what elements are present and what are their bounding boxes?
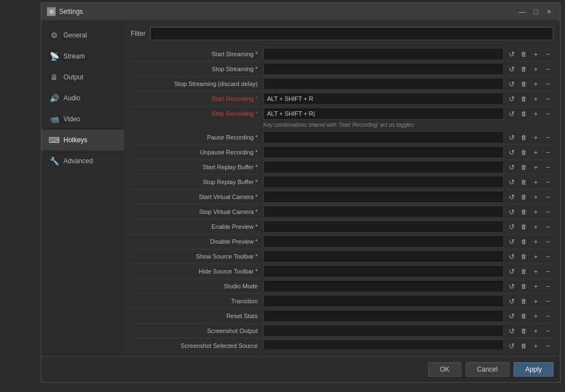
hotkey-remove-hide-source-toolbar[interactable]: − [542, 266, 553, 277]
hotkey-input-screenshot-selected-source[interactable] [263, 340, 504, 350]
hotkey-delete-enable-preview[interactable]: 🗑 [518, 221, 529, 232]
hotkey-remove-stop-virtual-camera[interactable]: − [542, 206, 553, 217]
hotkey-reset-hide-source-toolbar[interactable]: ↺ [506, 266, 517, 277]
hotkey-add-stop-streaming-delay[interactable]: + [530, 78, 541, 89]
hotkey-delete-pause-recording[interactable]: 🗑 [518, 132, 529, 143]
hotkey-delete-disable-preview[interactable]: 🗑 [518, 236, 529, 247]
hotkey-delete-start-replay-buffer[interactable]: 🗑 [518, 162, 529, 173]
hotkey-remove-screenshot-output[interactable]: − [542, 325, 553, 336]
hotkey-delete-stop-virtual-camera[interactable]: 🗑 [518, 206, 529, 217]
hotkey-add-start-replay-buffer[interactable]: + [530, 162, 541, 173]
hotkey-remove-show-source-toolbar[interactable]: − [542, 251, 553, 262]
hotkey-delete-start-virtual-camera[interactable]: 🗑 [518, 191, 529, 202]
cancel-button[interactable]: Cancel [466, 362, 509, 377]
sidebar-item-advanced[interactable]: 🔧Advanced [41, 151, 124, 171]
hotkey-remove-enable-preview[interactable]: − [542, 221, 553, 232]
hotkey-add-enable-preview[interactable]: + [530, 221, 541, 232]
hotkey-delete-stop-recording[interactable]: 🗑 [518, 108, 529, 119]
hotkey-reset-studio-mode[interactable]: ↺ [506, 281, 517, 292]
hotkey-input-hide-source-toolbar[interactable] [263, 265, 504, 277]
hotkey-input-screenshot-output[interactable] [263, 325, 504, 337]
hotkey-add-stop-streaming[interactable]: + [530, 63, 541, 74]
hotkey-input-start-recording[interactable] [263, 93, 504, 105]
hotkey-input-studio-mode[interactable] [263, 280, 504, 292]
hotkey-input-transition[interactable] [263, 295, 504, 307]
hotkey-reset-start-recording[interactable]: ↺ [506, 93, 517, 104]
hotkey-delete-start-recording[interactable]: 🗑 [518, 93, 529, 104]
hotkey-delete-hide-source-toolbar[interactable]: 🗑 [518, 266, 529, 277]
hotkey-delete-screenshot-output[interactable]: 🗑 [518, 325, 529, 336]
sidebar-item-stream[interactable]: 📡Stream [41, 46, 124, 67]
close-button[interactable]: × [543, 6, 555, 17]
hotkey-add-screenshot-output[interactable]: + [530, 325, 541, 336]
hotkey-input-stop-streaming-delay[interactable] [263, 78, 504, 90]
hotkey-remove-transition[interactable]: − [542, 296, 553, 307]
hotkey-input-stop-streaming[interactable] [263, 63, 504, 75]
hotkey-input-disable-preview[interactable] [263, 235, 504, 248]
hotkey-reset-reset-stats[interactable]: ↺ [506, 310, 517, 321]
hotkey-remove-studio-mode[interactable]: − [542, 281, 553, 292]
hotkey-remove-pause-recording[interactable]: − [542, 132, 553, 143]
sidebar-item-audio[interactable]: 🔊Audio [41, 88, 124, 109]
sidebar-item-video[interactable]: 📹Video [41, 109, 124, 130]
hotkey-input-unpause-recording[interactable] [263, 146, 504, 158]
hotkey-reset-stop-streaming-delay[interactable]: ↺ [506, 78, 517, 89]
hotkey-reset-start-streaming[interactable]: ↺ [506, 49, 517, 60]
hotkey-reset-screenshot-output[interactable]: ↺ [506, 325, 517, 336]
hotkey-input-stop-replay-buffer[interactable] [263, 176, 504, 188]
hotkey-add-start-recording[interactable]: + [530, 93, 541, 104]
hotkey-delete-start-streaming[interactable]: 🗑 [518, 49, 529, 60]
sidebar-item-hotkeys[interactable]: ⌨Hotkeys [41, 130, 124, 151]
hotkey-add-start-virtual-camera[interactable]: + [530, 191, 541, 202]
hotkey-add-studio-mode[interactable]: + [530, 281, 541, 292]
hotkey-add-disable-preview[interactable]: + [530, 236, 541, 247]
hotkey-remove-stop-recording[interactable]: − [542, 108, 553, 119]
hotkey-delete-stop-streaming[interactable]: 🗑 [518, 63, 529, 74]
hotkey-input-reset-stats[interactable] [263, 310, 504, 322]
hotkey-input-start-replay-buffer[interactable] [263, 161, 504, 173]
hotkey-delete-unpause-recording[interactable]: 🗑 [518, 147, 529, 158]
hotkey-reset-unpause-recording[interactable]: ↺ [506, 147, 517, 158]
hotkey-input-start-streaming[interactable] [263, 48, 504, 60]
hotkey-remove-stop-replay-buffer[interactable]: − [542, 176, 553, 187]
hotkey-reset-transition[interactable]: ↺ [506, 296, 517, 307]
hotkey-reset-stop-virtual-camera[interactable]: ↺ [506, 206, 517, 217]
hotkey-delete-show-source-toolbar[interactable]: 🗑 [518, 251, 529, 262]
hotkey-add-stop-recording[interactable]: + [530, 108, 541, 119]
sidebar-item-general[interactable]: ⚙General [41, 25, 124, 46]
hotkey-reset-start-replay-buffer[interactable]: ↺ [506, 162, 517, 173]
hotkey-delete-screenshot-selected-source[interactable]: 🗑 [518, 340, 529, 350]
hotkey-input-stop-virtual-camera[interactable] [263, 206, 504, 218]
hotkey-reset-start-virtual-camera[interactable]: ↺ [506, 191, 517, 202]
apply-button[interactable]: Apply [514, 362, 553, 377]
hotkey-remove-start-recording[interactable]: − [542, 93, 553, 104]
hotkey-add-hide-source-toolbar[interactable]: + [530, 266, 541, 277]
hotkey-add-show-source-toolbar[interactable]: + [530, 251, 541, 262]
hotkey-input-pause-recording[interactable] [263, 131, 504, 143]
hotkey-add-transition[interactable]: + [530, 296, 541, 307]
hotkey-add-stop-virtual-camera[interactable]: + [530, 206, 541, 217]
hotkey-remove-start-streaming[interactable]: − [542, 49, 553, 60]
sidebar-item-output[interactable]: 🖥Output [41, 67, 124, 88]
hotkey-input-enable-preview[interactable] [263, 221, 504, 233]
minimize-button[interactable]: — [517, 6, 528, 17]
maximize-button[interactable]: □ [530, 6, 541, 17]
hotkey-delete-studio-mode[interactable]: 🗑 [518, 281, 529, 292]
hotkey-reset-enable-preview[interactable]: ↺ [506, 221, 517, 232]
ok-button[interactable]: OK [428, 362, 461, 377]
hotkey-delete-reset-stats[interactable]: 🗑 [518, 310, 529, 321]
hotkey-remove-unpause-recording[interactable]: − [542, 147, 553, 158]
hotkey-add-start-streaming[interactable]: + [530, 49, 541, 60]
hotkey-input-show-source-toolbar[interactable] [263, 250, 504, 262]
hotkey-reset-stop-replay-buffer[interactable]: ↺ [506, 176, 517, 187]
hotkey-reset-screenshot-selected-source[interactable]: ↺ [506, 340, 517, 350]
hotkey-remove-start-virtual-camera[interactable]: − [542, 191, 553, 202]
hotkey-delete-transition[interactable]: 🗑 [518, 296, 529, 307]
hotkey-add-screenshot-selected-source[interactable]: + [530, 340, 541, 350]
hotkey-add-reset-stats[interactable]: + [530, 310, 541, 321]
hotkey-remove-stop-streaming-delay[interactable]: − [542, 78, 553, 89]
hotkey-reset-stop-recording[interactable]: ↺ [506, 108, 517, 119]
hotkey-reset-stop-streaming[interactable]: ↺ [506, 63, 517, 74]
hotkey-remove-start-replay-buffer[interactable]: − [542, 162, 553, 173]
hotkey-delete-stop-streaming-delay[interactable]: 🗑 [518, 78, 529, 89]
